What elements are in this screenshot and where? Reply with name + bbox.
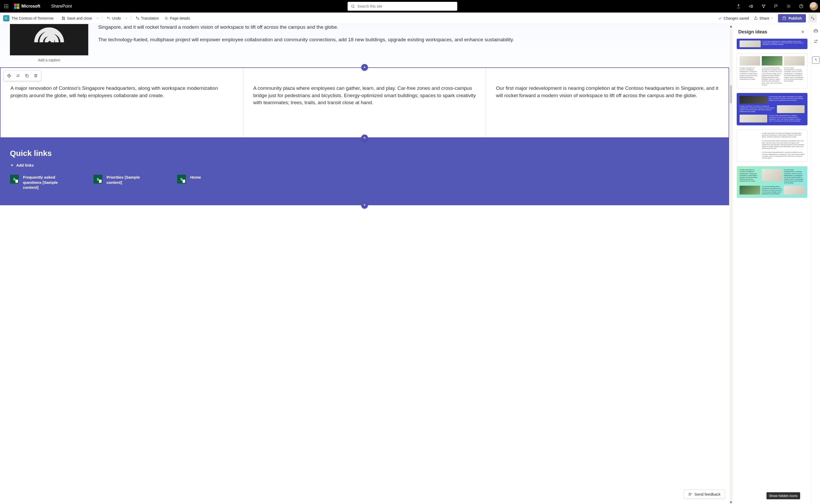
undo-icon <box>107 16 111 20</box>
send-feedback-button[interactable]: Send feedback <box>684 490 725 499</box>
site-name: The Contoso of Tomorrow <box>11 16 54 20</box>
svg-point-5 <box>7 6 8 7</box>
avatar[interactable] <box>810 2 818 10</box>
sparkle-icon <box>814 58 818 62</box>
toolbox-icon <box>813 28 818 33</box>
svg-rect-21 <box>26 75 28 77</box>
page-details-button[interactable]: Page details <box>162 15 192 22</box>
scrollbar-thumb[interactable] <box>730 85 732 103</box>
quick-links-title: Quick links <box>10 149 719 158</box>
add-section-after-quicklinks-button[interactable]: + <box>361 202 368 209</box>
save-close-chevron[interactable] <box>95 15 100 21</box>
share-label: Share <box>759 16 769 20</box>
translation-button[interactable]: Translation <box>133 15 161 22</box>
megaphone-icon <box>749 4 753 9</box>
undo-button[interactable]: Undo <box>104 15 123 22</box>
close-panel-button[interactable] <box>800 29 806 35</box>
three-column-section[interactable]: A major renovation of Contoso's Singapor… <box>0 67 729 138</box>
column-1-text: A major renovation of Contoso's Singapor… <box>10 85 218 98</box>
design-idea-card[interactable]: A community plaza where employees can ga… <box>737 93 807 125</box>
microsoft-logo[interactable]: Microsoft <box>14 4 40 9</box>
chevron-down-icon <box>125 17 128 20</box>
properties-button[interactable] <box>813 38 819 44</box>
quick-link-label: Frequently asked questions [Sample conte… <box>23 175 70 190</box>
search-wrap <box>75 2 729 11</box>
save-close-button[interactable]: Save and close <box>59 15 94 22</box>
page-details-icon <box>164 16 168 20</box>
svg-point-12 <box>764 5 765 5</box>
add-section-above-button[interactable]: + <box>361 64 368 71</box>
svg-point-1 <box>6 4 7 5</box>
section-toolbar <box>4 71 41 81</box>
move-icon <box>7 74 11 78</box>
quick-link-item-priorities[interactable]: S Priorities [Sample content] <box>93 175 154 190</box>
design-idea-card[interactable]: A major renovation of Contoso's Singapor… <box>737 130 807 162</box>
upload-button[interactable] <box>733 1 744 12</box>
undo-chevron[interactable] <box>124 15 129 21</box>
design-ideas-launcher[interactable] <box>812 56 819 64</box>
connections-button[interactable] <box>758 1 769 12</box>
spiral-icon <box>10 24 88 55</box>
collapse-pane-button[interactable] <box>809 14 817 22</box>
page-canvas: Add a caption Singapore, and it will roc… <box>0 24 733 504</box>
save-status-label: Changes saved <box>724 16 749 20</box>
add-links-label: Add links <box>16 163 34 167</box>
canvas-scrollbar[interactable]: ▴ ▾ <box>730 25 732 503</box>
svg-point-6 <box>4 7 5 8</box>
publish-button[interactable]: Publish <box>778 14 806 22</box>
column-3[interactable]: Our first major redevelopment is nearing… <box>486 68 729 137</box>
svg-point-9 <box>351 5 354 7</box>
toolbox-button[interactable] <box>813 28 819 34</box>
share-button[interactable]: Share <box>752 15 775 22</box>
save-close-label: Save and close <box>67 16 92 20</box>
copy-icon <box>25 74 29 78</box>
search-box[interactable] <box>348 2 457 11</box>
flag-button[interactable] <box>770 1 782 12</box>
connections-icon <box>761 4 766 9</box>
delete-section-button[interactable] <box>32 72 40 80</box>
intro-text[interactable]: Singapore, and it will rocket forward a … <box>98 24 721 65</box>
design-idea-card[interactable]: Our first major redevelopment is nearing… <box>737 39 807 49</box>
publish-icon <box>782 16 786 20</box>
svg-point-20 <box>17 76 18 77</box>
quick-link-item-faq[interactable]: S Frequently asked questions [Sample con… <box>10 175 70 190</box>
design-idea-card[interactable]: A major renovation of Contoso's Singapor… <box>737 53 807 89</box>
send-feedback-label: Send feedback <box>694 492 721 496</box>
add-section-below-button[interactable]: + <box>361 134 368 141</box>
right-tool-rail <box>811 24 820 504</box>
svg-point-2 <box>7 4 8 5</box>
feedback-icon <box>688 492 692 496</box>
settings-button[interactable] <box>783 1 794 12</box>
move-section-button[interactable] <box>5 72 13 80</box>
design-idea-card[interactable]: A major renovation of Contoso's Singapor… <box>737 166 807 198</box>
app-name[interactable]: SharePoint <box>51 4 72 9</box>
svg-point-3 <box>4 6 5 7</box>
svg-point-8 <box>7 7 8 8</box>
duplicate-section-button[interactable] <box>23 72 31 80</box>
svg-point-0 <box>4 4 5 5</box>
image-caption-placeholder[interactable]: Add a caption <box>10 55 88 65</box>
announcements-button[interactable] <box>745 1 757 12</box>
quick-link-item-home[interactable]: S Home <box>177 175 201 190</box>
edit-section-button[interactable] <box>14 72 22 80</box>
add-links-button[interactable]: ＋ Add links <box>10 162 719 168</box>
svg-point-19 <box>18 75 19 75</box>
quick-link-label: Home <box>190 175 201 180</box>
plus-icon: ＋ <box>10 162 14 168</box>
undo-label: Undo <box>112 16 121 20</box>
site-icon: C <box>3 15 9 21</box>
intro-image-block[interactable]: Add a caption <box>10 24 88 65</box>
column-2[interactable]: A community plaza where employees can ga… <box>243 68 486 137</box>
sharepoint-doc-icon: S <box>93 175 102 184</box>
column-3-text: Our first major redevelopment is nearing… <box>496 85 718 98</box>
design-ideas-list[interactable]: Our first major redevelopment is nearing… <box>733 39 811 504</box>
microsoft-glyph-icon <box>14 4 19 9</box>
svg-point-24 <box>816 40 817 41</box>
help-button[interactable] <box>795 1 807 12</box>
selected-section-wrap: + A majo <box>0 67 729 138</box>
command-bar: C The Contoso of Tomorrow Save and close… <box>0 13 820 24</box>
site-breadcrumb[interactable]: C The Contoso of Tomorrow <box>3 15 54 21</box>
app-launcher-button[interactable] <box>2 2 10 10</box>
search-input[interactable] <box>357 4 454 9</box>
save-icon <box>61 16 66 20</box>
